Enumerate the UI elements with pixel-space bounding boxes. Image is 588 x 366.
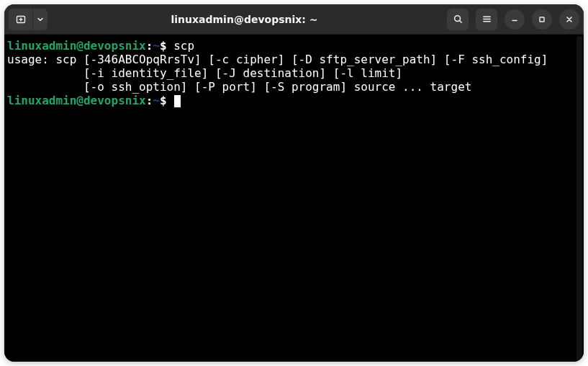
search-icon: [453, 14, 463, 24]
prompt-symbol: $: [160, 94, 167, 107]
terminal-output-line: usage: scp [-346ABCOpqRrsTv] [-c cipher]…: [7, 53, 581, 66]
terminal-body[interactable]: linuxadmin@devopsnix:~$ scp usage: scp […: [4, 35, 584, 362]
terminal-output-line: [-i identity_file] [-J destination] [-l …: [7, 66, 581, 80]
minimize-icon: [510, 15, 519, 24]
prompt-sep: :: [146, 94, 153, 107]
prompt-user-host: linuxadmin@devopsnix: [7, 39, 146, 53]
window-title: linuxadmin@devopsnix: ~: [171, 14, 318, 25]
titlebar-left-controls: [9, 9, 48, 30]
terminal-output-line: [-o ssh_option] [-P port] [-S program] s…: [7, 80, 581, 94]
hamburger-menu-icon: [481, 14, 492, 24]
scrollbar[interactable]: [576, 35, 584, 362]
new-tab-group: [9, 9, 48, 30]
titlebar: linuxadmin@devopsnix: ~: [4, 4, 584, 35]
cursor: [174, 95, 181, 107]
chevron-down-icon: [37, 16, 44, 23]
terminal-window: linuxadmin@devopsnix: ~: [4, 4, 584, 362]
menu-button[interactable]: [476, 9, 497, 30]
new-tab-dropdown[interactable]: [33, 9, 48, 30]
new-tab-button[interactable]: [9, 9, 33, 30]
maximize-icon: [538, 15, 546, 24]
prompt-path: ~: [153, 39, 160, 53]
search-button[interactable]: [447, 9, 469, 30]
scrollbar-thumb[interactable]: [576, 36, 582, 362]
close-icon: [565, 15, 574, 24]
prompt-symbol: $: [160, 39, 167, 53]
new-tab-icon: [15, 14, 27, 25]
titlebar-right-controls: [447, 9, 579, 30]
terminal-line: linuxadmin@devopsnix:~$: [7, 94, 581, 107]
prompt-sep: :: [146, 39, 153, 53]
maximize-button[interactable]: [532, 9, 552, 30]
command-text: scp: [173, 39, 194, 53]
minimize-button[interactable]: [505, 9, 525, 30]
prompt-user-host: linuxadmin@devopsnix: [7, 94, 146, 107]
terminal-line: linuxadmin@devopsnix:~$ scp: [7, 39, 581, 53]
svg-rect-2: [540, 17, 544, 22]
prompt-path: ~: [153, 94, 160, 107]
close-button[interactable]: [559, 9, 579, 30]
